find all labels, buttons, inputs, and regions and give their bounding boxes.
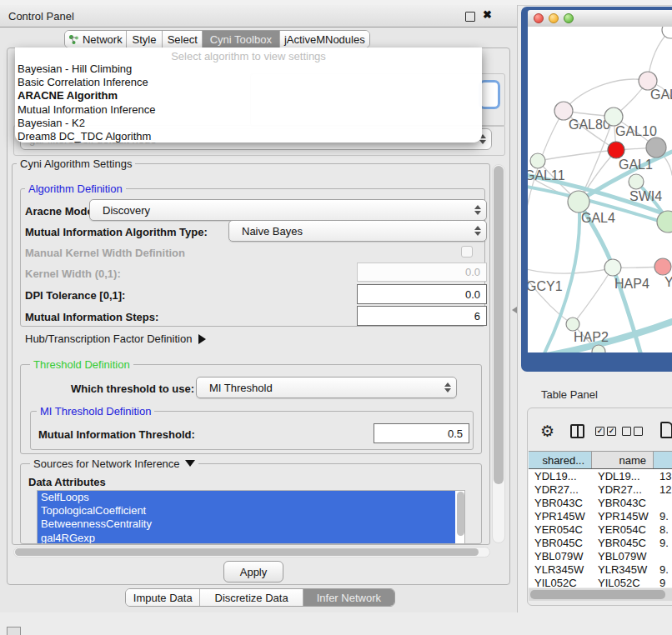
dpi-tolerance-field[interactable]: 0.0 bbox=[357, 284, 487, 304]
table-row[interactable]: YDR27...YDR27...12 bbox=[529, 482, 672, 496]
gear-icon[interactable]: ⚙ bbox=[540, 423, 554, 439]
column-header-shared[interactable]: shared... bbox=[529, 451, 592, 468]
network-node-y[interactable] bbox=[654, 258, 671, 275]
float-window-icon[interactable] bbox=[465, 12, 475, 22]
column-header-a[interactable]: A bbox=[654, 451, 672, 468]
table-hscrollbar-thumb[interactable] bbox=[530, 590, 665, 599]
select-all-checkbox-icon[interactable]: ✓ bbox=[595, 427, 604, 436]
hub-tf-definition-label: Hub/Transcription Factor Definition bbox=[25, 332, 192, 345]
show-columns-icon[interactable] bbox=[570, 424, 584, 438]
splitpane-collapse-icon[interactable] bbox=[512, 307, 517, 313]
kernel-width-label: Kernel Width (0,1): bbox=[25, 268, 121, 280]
data-attributes-list[interactable]: SelfLoopsTopologicalCoefficientBetweenne… bbox=[37, 490, 465, 544]
tab-label: Network bbox=[83, 33, 123, 46]
attribute-list-item[interactable]: TopologicalCoefficient bbox=[38, 504, 455, 518]
column-header-name[interactable]: name bbox=[592, 451, 654, 468]
table-row[interactable]: YBR045CYBR045C9. bbox=[529, 536, 672, 549]
algorithm-option-basic-correlation-inference[interactable]: Basic Correlation Inference bbox=[17, 76, 480, 89]
algorithm-option-dream8-dc-tdc-algorithm[interactable]: Dream8 DC_TDC Algorithm bbox=[17, 130, 480, 143]
network-node-swi4[interactable] bbox=[629, 174, 644, 189]
table-row[interactable]: YBL079WYBL079W bbox=[529, 549, 672, 562]
network-node-gal10[interactable] bbox=[604, 108, 623, 126]
zoom-traffic-light-icon[interactable] bbox=[564, 13, 574, 23]
mi-algorithm-type-combo[interactable]: Naive Bayes bbox=[228, 220, 487, 242]
hub-tf-definition-expander[interactable]: Hub/Transcription Factor Definition bbox=[25, 332, 206, 345]
network-node-hap2[interactable] bbox=[566, 318, 579, 331]
table-cell: YER054C bbox=[592, 523, 654, 536]
bottom-tab-bar: Impute DataDiscretize DataInfer Network bbox=[125, 588, 395, 607]
network-node-gal4[interactable] bbox=[568, 191, 589, 212]
table-cell: YLR345W bbox=[529, 563, 592, 576]
combo-arrows-icon bbox=[469, 226, 486, 236]
algorithm-option-mutual-information-inference[interactable]: Mutual Information Inference bbox=[17, 103, 480, 117]
tab-infer-network[interactable]: Infer Network bbox=[303, 589, 394, 606]
settings-hscrollbar-thumb[interactable] bbox=[15, 548, 479, 556]
settings-vscrollbar-thumb[interactable] bbox=[494, 166, 504, 484]
control-panel-titlebar[interactable] bbox=[0, 5, 517, 28]
network-node-gal1[interactable] bbox=[608, 142, 624, 158]
kernel-width-field[interactable]: 0.0 bbox=[357, 262, 487, 282]
which-threshold-combo[interactable]: MI Threshold bbox=[196, 377, 457, 398]
algorithm-option-bayesian-k2[interactable]: Bayesian - K2 bbox=[17, 117, 480, 130]
select-all-checkbox-icon[interactable]: ✓ bbox=[607, 427, 616, 436]
threshold-definition-title: Threshold Definition bbox=[30, 358, 133, 371]
table-cell: YBR043C bbox=[592, 497, 654, 509]
tab-select[interactable]: Select bbox=[163, 31, 203, 48]
network-node-label: HAP2 bbox=[574, 330, 609, 344]
close-icon[interactable]: ✖ bbox=[483, 8, 492, 21]
data-attributes-label: Data Attributes bbox=[28, 476, 106, 488]
mi-threshold-field[interactable]: 0.5 bbox=[374, 423, 469, 443]
table-row[interactable]: YLR345WYLR345W9. bbox=[529, 562, 672, 576]
table-cell: YDR27... bbox=[529, 483, 592, 496]
table-row[interactable]: YIL052CYIL052C9 bbox=[529, 576, 672, 588]
tab-label: jActiveMNodules bbox=[284, 33, 365, 46]
attribute-list-scrollbar-thumb[interactable] bbox=[457, 492, 464, 536]
table-cell: YPR145W bbox=[592, 510, 654, 522]
tab-style[interactable]: Style bbox=[127, 31, 163, 48]
network-canvas[interactable]: GALGAL80GAL10GAL1GAL11SWI4GAL4GCY1HAP4YH… bbox=[528, 27, 672, 352]
sources-title-expander[interactable]: Sources for Network Inference bbox=[30, 458, 198, 470]
attribute-list-item[interactable]: SelfLoops bbox=[38, 491, 455, 504]
tab-impute-data[interactable]: Impute Data bbox=[126, 589, 200, 606]
apply-button[interactable]: Apply bbox=[223, 561, 283, 582]
table-cell: 9. bbox=[654, 537, 672, 549]
algorithm-option-aracne-algorithm[interactable]: ARACNE Algorithm bbox=[17, 89, 480, 102]
network-node-hap4[interactable] bbox=[604, 259, 621, 276]
table-row[interactable]: YPR145WYPR145W9. bbox=[529, 509, 672, 522]
tab-jactivemnodules[interactable]: jActiveMNodules bbox=[280, 31, 369, 48]
network-node-gal11[interactable] bbox=[530, 153, 545, 168]
table-row[interactable]: YER054CYER054C8. bbox=[529, 522, 672, 536]
network-node[interactable] bbox=[662, 27, 672, 38]
network-node-label: GAL80 bbox=[569, 118, 610, 132]
export-table-icon[interactable] bbox=[660, 422, 672, 438]
manual-kernel-width-checkbox[interactable] bbox=[461, 246, 473, 258]
minimize-traffic-light-icon[interactable] bbox=[549, 13, 559, 23]
algorithm-dropdown-prompt: Select algorithm to view settings bbox=[15, 50, 482, 62]
table-cell: 9 bbox=[654, 577, 672, 588]
table-row[interactable]: YBR043CYBR043C bbox=[529, 496, 672, 509]
combo-arrows-icon bbox=[469, 205, 486, 215]
network-node-label: GAL10 bbox=[615, 124, 657, 138]
tab-network[interactable]: Network bbox=[65, 31, 127, 48]
table-cell: 9. bbox=[654, 510, 672, 522]
algorithm-option-bayesian-hill-climbing[interactable]: Bayesian - Hill Climbing bbox=[17, 62, 480, 76]
table-cell: YBL079W bbox=[592, 550, 654, 562]
tab-cyni-toolbox[interactable]: Cyni Toolbox bbox=[203, 31, 280, 48]
tab-discretize-data[interactable]: Discretize Data bbox=[200, 589, 303, 606]
aracne-mode-value: Discovery bbox=[90, 204, 469, 217]
deselect-all-checkbox-icon[interactable] bbox=[622, 427, 631, 436]
attribute-list-item[interactable]: BetweennessCentrality bbox=[38, 518, 455, 531]
attribute-list-item[interactable]: gal4RGexp bbox=[38, 532, 455, 544]
table-cell: YLR345W bbox=[592, 563, 654, 576]
aracne-mode-combo[interactable]: Discovery bbox=[89, 199, 487, 221]
table-cell: YBL079W bbox=[529, 550, 592, 562]
dpi-tolerance-label: DPI Tolerance [0,1]: bbox=[25, 289, 125, 302]
table-row[interactable]: YDL19...YDL19...13 bbox=[529, 469, 672, 482]
mi-steps-field[interactable]: 6 bbox=[357, 306, 487, 326]
minimized-panel-chip[interactable] bbox=[7, 627, 21, 635]
close-traffic-light-icon[interactable] bbox=[534, 13, 544, 23]
deselect-all-checkbox-icon[interactable] bbox=[634, 427, 643, 436]
network-node[interactable] bbox=[646, 138, 666, 158]
table-cell: YDL19... bbox=[592, 470, 654, 482]
table-cell: YBR043C bbox=[529, 497, 592, 509]
